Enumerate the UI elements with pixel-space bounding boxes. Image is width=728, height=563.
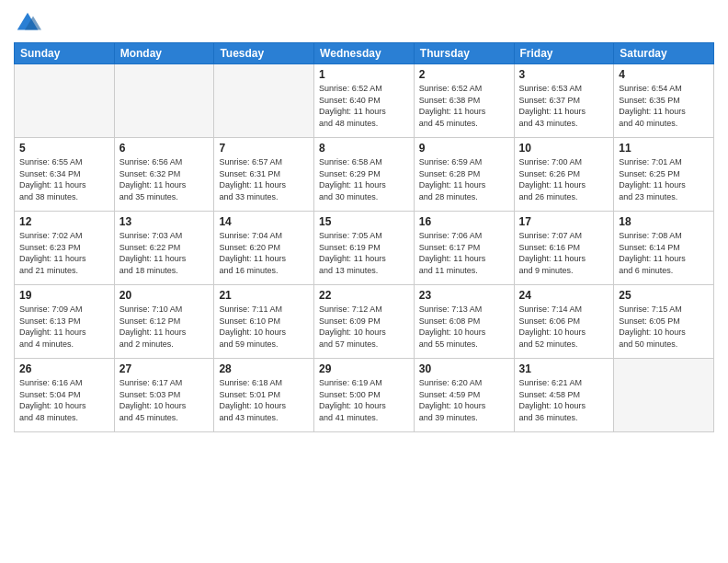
day-number: 18 bbox=[619, 215, 709, 228]
day-number: 3 bbox=[519, 68, 609, 81]
day-info: Sunrise: 7:07 AMSunset: 6:16 PMDaylight:… bbox=[519, 230, 609, 276]
day-number: 15 bbox=[319, 215, 409, 228]
calendar-cell: 17Sunrise: 7:07 AMSunset: 6:16 PMDayligh… bbox=[514, 212, 614, 285]
calendar-cell: 21Sunrise: 7:11 AMSunset: 6:10 PMDayligh… bbox=[214, 285, 314, 359]
day-info: Sunrise: 6:52 AMSunset: 6:40 PMDaylight:… bbox=[319, 83, 409, 129]
calendar-cell: 26Sunrise: 6:16 AMSunset: 5:04 PMDayligh… bbox=[15, 359, 115, 432]
calendar-cell: 5Sunrise: 6:55 AMSunset: 6:34 PMDaylight… bbox=[15, 138, 115, 212]
day-number: 24 bbox=[519, 289, 609, 302]
day-info: Sunrise: 6:56 AMSunset: 6:32 PMDaylight:… bbox=[119, 156, 210, 202]
calendar-cell bbox=[214, 64, 314, 138]
calendar-cell: 15Sunrise: 7:05 AMSunset: 6:19 PMDayligh… bbox=[314, 212, 415, 285]
day-info: Sunrise: 7:15 AMSunset: 6:05 PMDaylight:… bbox=[619, 304, 709, 350]
day-info: Sunrise: 6:58 AMSunset: 6:29 PMDaylight:… bbox=[319, 156, 409, 202]
day-info: Sunrise: 7:03 AMSunset: 6:22 PMDaylight:… bbox=[119, 230, 210, 276]
page: SundayMondayTuesdayWednesdayThursdayFrid… bbox=[0, 0, 728, 563]
header bbox=[14, 9, 714, 37]
calendar-cell: 4Sunrise: 6:54 AMSunset: 6:35 PMDaylight… bbox=[614, 64, 714, 138]
calendar-week-row: 19Sunrise: 7:09 AMSunset: 6:13 PMDayligh… bbox=[15, 285, 714, 359]
day-info: Sunrise: 6:21 AMSunset: 4:58 PMDaylight:… bbox=[519, 377, 609, 423]
day-number: 13 bbox=[119, 215, 210, 228]
day-info: Sunrise: 7:05 AMSunset: 6:19 PMDaylight:… bbox=[319, 230, 409, 276]
calendar-cell: 19Sunrise: 7:09 AMSunset: 6:13 PMDayligh… bbox=[15, 285, 115, 359]
day-info: Sunrise: 7:06 AMSunset: 6:17 PMDaylight:… bbox=[419, 230, 509, 276]
day-number: 14 bbox=[219, 215, 309, 228]
day-info: Sunrise: 7:14 AMSunset: 6:06 PMDaylight:… bbox=[519, 304, 609, 350]
day-info: Sunrise: 7:11 AMSunset: 6:10 PMDaylight:… bbox=[219, 304, 309, 350]
calendar-cell bbox=[15, 64, 115, 138]
day-number: 25 bbox=[619, 289, 709, 302]
calendar-cell: 16Sunrise: 7:06 AMSunset: 6:17 PMDayligh… bbox=[414, 212, 514, 285]
day-number: 10 bbox=[519, 142, 609, 155]
day-info: Sunrise: 6:17 AMSunset: 5:03 PMDaylight:… bbox=[119, 377, 210, 423]
calendar-cell: 3Sunrise: 6:53 AMSunset: 6:37 PMDaylight… bbox=[514, 64, 614, 138]
day-info: Sunrise: 7:09 AMSunset: 6:13 PMDaylight:… bbox=[19, 304, 109, 350]
day-info: Sunrise: 7:10 AMSunset: 6:12 PMDaylight:… bbox=[119, 304, 210, 350]
calendar-cell: 20Sunrise: 7:10 AMSunset: 6:12 PMDayligh… bbox=[114, 285, 214, 359]
calendar-cell: 1Sunrise: 6:52 AMSunset: 6:40 PMDaylight… bbox=[314, 64, 415, 138]
day-number: 16 bbox=[419, 215, 509, 228]
day-number: 23 bbox=[419, 289, 509, 302]
calendar-cell: 10Sunrise: 7:00 AMSunset: 6:26 PMDayligh… bbox=[514, 138, 614, 212]
day-info: Sunrise: 7:01 AMSunset: 6:25 PMDaylight:… bbox=[619, 156, 709, 202]
logo bbox=[14, 9, 45, 37]
day-number: 2 bbox=[419, 68, 509, 81]
day-info: Sunrise: 6:55 AMSunset: 6:34 PMDaylight:… bbox=[19, 156, 109, 202]
day-number: 20 bbox=[119, 289, 210, 302]
calendar-cell: 14Sunrise: 7:04 AMSunset: 6:20 PMDayligh… bbox=[214, 212, 314, 285]
calendar-week-row: 26Sunrise: 6:16 AMSunset: 5:04 PMDayligh… bbox=[15, 359, 714, 432]
day-info: Sunrise: 6:53 AMSunset: 6:37 PMDaylight:… bbox=[519, 83, 609, 129]
calendar-cell: 13Sunrise: 7:03 AMSunset: 6:22 PMDayligh… bbox=[114, 212, 214, 285]
day-number: 11 bbox=[619, 142, 709, 155]
calendar-week-row: 5Sunrise: 6:55 AMSunset: 6:34 PMDaylight… bbox=[15, 138, 714, 212]
day-info: Sunrise: 6:54 AMSunset: 6:35 PMDaylight:… bbox=[619, 83, 709, 129]
calendar-cell: 12Sunrise: 7:02 AMSunset: 6:23 PMDayligh… bbox=[15, 212, 115, 285]
day-number: 5 bbox=[19, 142, 109, 155]
weekday-header: Monday bbox=[114, 43, 214, 64]
day-number: 28 bbox=[219, 362, 309, 375]
calendar-cell: 7Sunrise: 6:57 AMSunset: 6:31 PMDaylight… bbox=[214, 138, 314, 212]
day-info: Sunrise: 6:57 AMSunset: 6:31 PMDaylight:… bbox=[219, 156, 309, 202]
day-number: 21 bbox=[219, 289, 309, 302]
day-info: Sunrise: 6:20 AMSunset: 4:59 PMDaylight:… bbox=[419, 377, 509, 423]
calendar-cell: 24Sunrise: 7:14 AMSunset: 6:06 PMDayligh… bbox=[514, 285, 614, 359]
day-info: Sunrise: 6:19 AMSunset: 5:00 PMDaylight:… bbox=[319, 377, 409, 423]
calendar-cell: 11Sunrise: 7:01 AMSunset: 6:25 PMDayligh… bbox=[614, 138, 714, 212]
calendar-week-row: 1Sunrise: 6:52 AMSunset: 6:40 PMDaylight… bbox=[15, 64, 714, 138]
calendar-cell: 22Sunrise: 7:12 AMSunset: 6:09 PMDayligh… bbox=[314, 285, 415, 359]
calendar-cell: 27Sunrise: 6:17 AMSunset: 5:03 PMDayligh… bbox=[114, 359, 214, 432]
weekday-header: Thursday bbox=[414, 43, 514, 64]
day-number: 30 bbox=[419, 362, 509, 375]
day-number: 12 bbox=[19, 215, 109, 228]
day-info: Sunrise: 7:02 AMSunset: 6:23 PMDaylight:… bbox=[19, 230, 109, 276]
day-number: 9 bbox=[419, 142, 509, 155]
calendar: SundayMondayTuesdayWednesdayThursdayFrid… bbox=[14, 42, 714, 432]
calendar-cell: 25Sunrise: 7:15 AMSunset: 6:05 PMDayligh… bbox=[614, 285, 714, 359]
day-number: 26 bbox=[19, 362, 109, 375]
calendar-cell: 9Sunrise: 6:59 AMSunset: 6:28 PMDaylight… bbox=[414, 138, 514, 212]
calendar-cell: 31Sunrise: 6:21 AMSunset: 4:58 PMDayligh… bbox=[514, 359, 614, 432]
calendar-cell: 2Sunrise: 6:52 AMSunset: 6:38 PMDaylight… bbox=[414, 64, 514, 138]
day-info: Sunrise: 7:12 AMSunset: 6:09 PMDaylight:… bbox=[319, 304, 409, 350]
day-number: 31 bbox=[519, 362, 609, 375]
day-number: 22 bbox=[319, 289, 409, 302]
day-number: 7 bbox=[219, 142, 309, 155]
calendar-header: SundayMondayTuesdayWednesdayThursdayFrid… bbox=[15, 43, 714, 64]
day-number: 19 bbox=[19, 289, 109, 302]
day-number: 8 bbox=[319, 142, 409, 155]
calendar-body: 1Sunrise: 6:52 AMSunset: 6:40 PMDaylight… bbox=[15, 64, 714, 432]
calendar-cell: 18Sunrise: 7:08 AMSunset: 6:14 PMDayligh… bbox=[614, 212, 714, 285]
logo-icon bbox=[14, 9, 41, 37]
calendar-cell bbox=[114, 64, 214, 138]
weekday-header: Tuesday bbox=[214, 43, 314, 64]
day-number: 4 bbox=[619, 68, 709, 81]
calendar-cell: 29Sunrise: 6:19 AMSunset: 5:00 PMDayligh… bbox=[314, 359, 415, 432]
weekday-header: Friday bbox=[514, 43, 614, 64]
calendar-cell: 28Sunrise: 6:18 AMSunset: 5:01 PMDayligh… bbox=[214, 359, 314, 432]
calendar-cell: 6Sunrise: 6:56 AMSunset: 6:32 PMDaylight… bbox=[114, 138, 214, 212]
day-info: Sunrise: 6:59 AMSunset: 6:28 PMDaylight:… bbox=[419, 156, 509, 202]
weekday-header: Saturday bbox=[614, 43, 714, 64]
day-number: 27 bbox=[119, 362, 210, 375]
day-number: 1 bbox=[319, 68, 409, 81]
weekday-header: Wednesday bbox=[314, 43, 415, 64]
